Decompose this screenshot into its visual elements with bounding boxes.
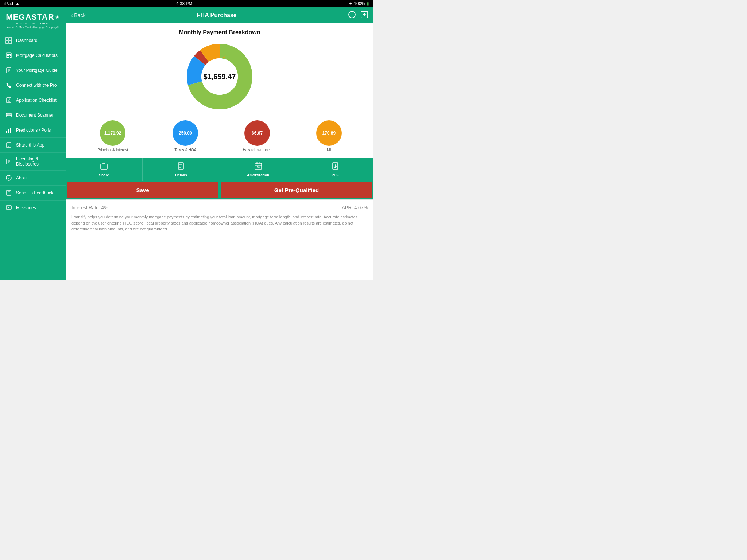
share-app-icon <box>5 141 12 149</box>
mi-label: MI <box>327 148 331 152</box>
cta-row: Save Get Pre-Qualified <box>66 181 374 199</box>
sidebar-item-feedback[interactable]: Send Us Feedback <box>0 186 66 201</box>
svg-rect-22 <box>8 129 9 133</box>
sidebar-item-share-app[interactable]: Share this App <box>0 138 66 153</box>
svg-rect-7 <box>8 55 9 56</box>
share-action-label: Share <box>99 173 109 177</box>
logo-star-icon: ★ <box>55 14 60 20</box>
polls-icon <box>5 127 12 134</box>
share-button[interactable] <box>360 11 368 20</box>
bluetooth-icon: ✦ <box>349 1 352 6</box>
chart-section: Monthly Payment Breakdown <box>66 23 374 158</box>
sidebar: MEGASTAR ★ FINANCIAL CORP. America's Mos… <box>0 7 66 280</box>
scanner-icon <box>5 112 12 119</box>
guide-label: Your Mortgage Guide <box>16 68 58 73</box>
back-button[interactable]: ‹ Back <box>71 12 85 19</box>
sidebar-item-document-scanner[interactable]: Document Scanner <box>0 108 66 123</box>
messages-label: Messages <box>16 205 36 210</box>
sidebar-item-messages[interactable]: Messages <box>0 201 66 215</box>
pre-qualified-button[interactable]: Get Pre-Qualified <box>221 182 372 198</box>
info-description: Loanzify helps you determine your monthl… <box>71 214 368 232</box>
details-action-icon <box>177 162 185 172</box>
amortization-action-label: Amortization <box>247 173 269 177</box>
chart-title: Monthly Payment Breakdown <box>71 29 368 36</box>
licensing-icon <box>5 158 12 165</box>
polls-label: Predictions / Polls <box>16 128 51 133</box>
about-icon: i <box>5 174 12 182</box>
svg-text:i: i <box>8 176 9 180</box>
phone-icon <box>5 82 12 89</box>
hazard-value: 66.67 <box>252 131 263 136</box>
donut-chart: $1,659.47 <box>183 40 256 113</box>
sidebar-item-dashboard[interactable]: Dashboard <box>0 33 66 48</box>
action-bar: Share Details <box>66 158 374 181</box>
principal-value: 1,171.92 <box>104 131 121 136</box>
svg-rect-5 <box>7 54 11 55</box>
info-section: Interest Rate: 4% APR: 4.07% Loanzify he… <box>66 199 374 237</box>
svg-rect-2 <box>6 41 8 43</box>
messages-icon <box>5 204 12 211</box>
donut-container: $1,659.47 <box>71 40 368 113</box>
header-title: FHA Purchase <box>85 12 348 19</box>
status-time: 4:38 PM <box>176 1 193 6</box>
calculator-icon <box>5 52 12 59</box>
svg-rect-8 <box>10 55 11 56</box>
sidebar-item-connect-pro[interactable]: Connect with the Pro <box>0 78 66 93</box>
svg-rect-1 <box>9 38 12 40</box>
mi-bubble: 170.89 <box>316 120 342 146</box>
legend-row: 1,171.92 Principal & Interest 250.00 Tax… <box>71 120 368 152</box>
taxes-bubble: 250.00 <box>173 120 198 146</box>
pdf-action[interactable]: PDF <box>297 158 374 181</box>
sidebar-item-licensing[interactable]: Licensing & Disclosures <box>0 153 66 171</box>
back-label: Back <box>74 12 85 18</box>
hazard-bubble: 66.67 <box>244 120 270 146</box>
guide-icon <box>5 67 12 74</box>
logo-subtitle: FINANCIAL CORP. <box>4 22 61 25</box>
legend-item-mi: 170.89 MI <box>316 120 342 152</box>
sidebar-item-mortgage-guide[interactable]: Your Mortgage Guide <box>0 63 66 78</box>
amortization-action-icon: 10 <box>254 162 262 172</box>
sidebar-nav: Dashboard Mortgage Calculat <box>0 33 66 280</box>
calculators-label: Mortgage Calculators <box>16 53 58 58</box>
licensing-label: Licensing & Disclosures <box>16 156 61 167</box>
status-bar: iPad ▲ 4:38 PM ✦ 100% ▮ <box>0 0 374 7</box>
legend-item-taxes: 250.00 Taxes & HOA <box>173 120 198 152</box>
feedback-label: Send Us Feedback <box>16 190 53 195</box>
sidebar-item-mortgage-calculators[interactable]: Mortgage Calculators <box>0 48 66 63</box>
svg-rect-23 <box>10 128 11 133</box>
save-button[interactable]: Save <box>67 182 218 198</box>
scanner-label: Document Scanner <box>16 113 54 118</box>
svg-text:10: 10 <box>257 166 260 168</box>
details-action[interactable]: Details <box>143 158 220 181</box>
header: ‹ Back FHA Purchase i <box>66 7 374 23</box>
sidebar-item-about[interactable]: i About <box>0 171 66 186</box>
dashboard-icon <box>5 37 12 44</box>
amortization-action[interactable]: 10 Amortization <box>220 158 297 181</box>
share-action-icon <box>100 162 108 172</box>
sidebar-item-application-checklist[interactable]: Application Checklist <box>0 93 66 108</box>
share-app-label: Share this App <box>16 143 44 148</box>
about-label: About <box>16 175 27 180</box>
sidebar-item-predictions-polls[interactable]: Predictions / Polls <box>0 123 66 138</box>
principal-bubble: 1,171.92 <box>100 120 125 146</box>
logo-tagline: America's Most Trusted Mortgage Company® <box>4 26 61 28</box>
feedback-icon <box>5 189 12 197</box>
apr-text: APR: 4.07% <box>342 205 368 210</box>
details-action-label: Details <box>175 173 187 177</box>
checklist-icon <box>5 97 12 104</box>
share-action[interactable]: Share <box>66 158 143 181</box>
battery-icon: ▮ <box>367 1 369 6</box>
wifi-icon: ▲ <box>15 1 20 6</box>
info-rates: Interest Rate: 4% APR: 4.07% <box>71 205 368 210</box>
connect-pro-label: Connect with the Pro <box>16 83 57 88</box>
main-scroll: Monthly Payment Breakdown <box>66 23 374 280</box>
principal-label: Principal & Interest <box>97 148 128 152</box>
info-button[interactable]: i <box>348 11 356 20</box>
svg-rect-37 <box>6 206 11 209</box>
interest-rate-text: Interest Rate: 4% <box>71 205 108 210</box>
legend-item-principal: 1,171.92 Principal & Interest <box>97 120 128 152</box>
svg-rect-21 <box>6 131 7 133</box>
svg-rect-11 <box>10 57 11 58</box>
mi-value: 170.89 <box>322 131 336 136</box>
pdf-action-label: PDF <box>332 173 339 177</box>
